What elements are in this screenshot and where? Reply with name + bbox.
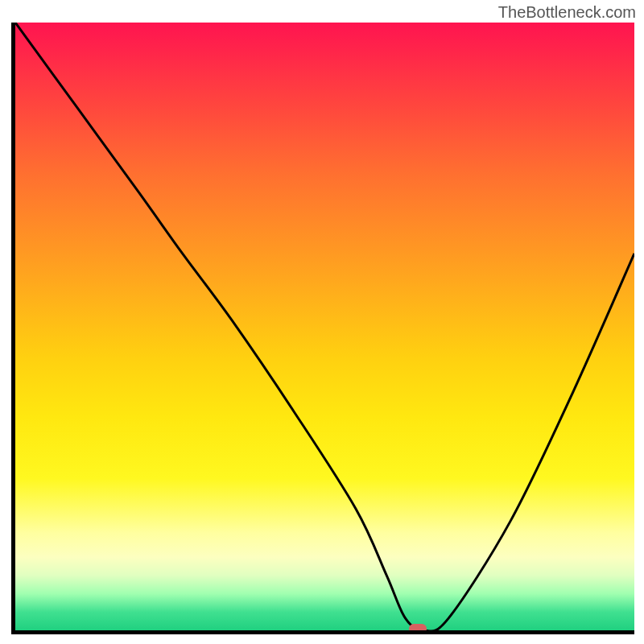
chart-container: TheBottleneck.com	[0, 0, 644, 644]
watermark-text: TheBottleneck.com	[498, 3, 636, 22]
optimal-marker	[409, 624, 427, 634]
chart-plot-area	[11, 23, 634, 634]
bottleneck-curve-svg	[15, 23, 634, 630]
bottleneck-curve-path	[15, 23, 634, 630]
